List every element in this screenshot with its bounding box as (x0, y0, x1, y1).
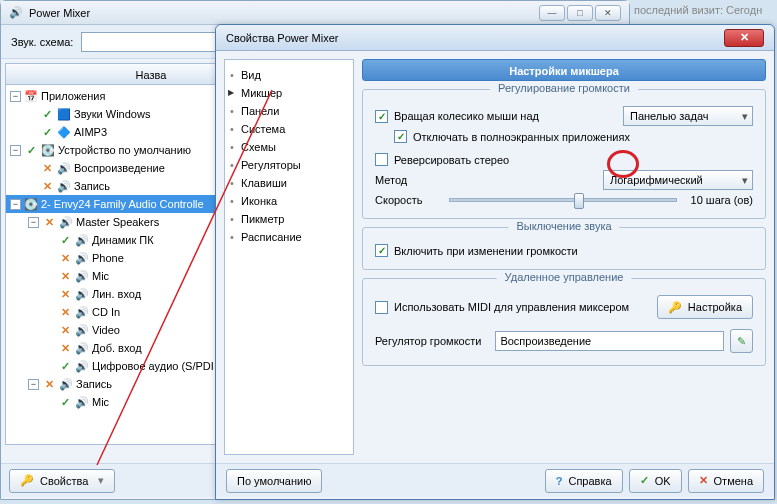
pencil-icon: ✎ (737, 335, 746, 348)
main-title: Power Mixer (29, 7, 90, 19)
scheme-label: Звук. схема: (11, 36, 73, 48)
speed-slider[interactable] (449, 198, 677, 202)
dialog-title: Свойства Power Mixer (226, 32, 338, 44)
question-icon: ? (556, 475, 563, 487)
nav-regulators[interactable]: Регуляторы (225, 156, 353, 174)
mute-toggle-checkbox[interactable] (375, 244, 388, 257)
maximize-button[interactable]: □ (567, 5, 593, 21)
cancel-button[interactable]: ✕Отмена (688, 469, 764, 493)
wheel-target-select[interactable]: Панелью задач (623, 106, 753, 126)
nav-icon[interactable]: Иконка (225, 192, 353, 210)
ok-button[interactable]: ✓OK (629, 469, 682, 493)
nav-peakmeter[interactable]: Пикметр (225, 210, 353, 228)
main-titlebar[interactable]: 🔊 Power Mixer — □ ✕ (1, 1, 629, 25)
nav-panels[interactable]: Панели (225, 102, 353, 120)
dialog-close-button[interactable]: ✕ (724, 29, 764, 47)
help-button[interactable]: ?Справка (545, 469, 623, 493)
key-icon: 🔑 (20, 474, 34, 487)
reverse-stereo-checkbox[interactable] (375, 153, 388, 166)
edit-button[interactable]: ✎ (730, 329, 753, 353)
volume-control-input[interactable]: Воспроизведение (495, 331, 724, 351)
configure-button[interactable]: 🔑Настройка (657, 295, 753, 319)
section-title: Настройки микшера (362, 59, 766, 81)
fullscreen-checkbox[interactable] (394, 130, 407, 143)
nav-keys[interactable]: Клавиши (225, 174, 353, 192)
speaker-icon: 🔊 (9, 6, 23, 19)
mute-group: Выключение звука Включить при изменении … (362, 227, 766, 270)
nav-schemes[interactable]: Схемы (225, 138, 353, 156)
nav-mixer[interactable]: Микшер (225, 84, 353, 102)
key-icon: 🔑 (668, 301, 682, 314)
close-button[interactable]: ✕ (595, 5, 621, 21)
defaults-button[interactable]: По умолчанию (226, 469, 322, 493)
volume-group: Регулирование громкости Вращая колесико … (362, 89, 766, 219)
dialog-titlebar[interactable]: Свойства Power Mixer ✕ (216, 25, 774, 51)
midi-checkbox[interactable] (375, 301, 388, 314)
remote-group: Удаленное управление Использовать MIDI д… (362, 278, 766, 366)
check-icon: ✓ (640, 474, 649, 487)
chevron-down-icon: ▾ (98, 474, 104, 487)
properties-button[interactable]: 🔑Свойства▾ (9, 469, 115, 493)
properties-dialog: Свойства Power Mixer ✕ Вид Микшер Панели… (215, 24, 775, 500)
nav-system[interactable]: Система (225, 120, 353, 138)
wheel-checkbox[interactable] (375, 110, 388, 123)
nav-schedule[interactable]: Расписание (225, 228, 353, 246)
extra-text: последний визит: Сегодн (634, 4, 762, 16)
minimize-button[interactable]: — (539, 5, 565, 21)
nav-list: Вид Микшер Панели Система Схемы Регулято… (224, 59, 354, 455)
cross-icon: ✕ (699, 474, 708, 487)
nav-view[interactable]: Вид (225, 66, 353, 84)
method-select[interactable]: Логарифмический (603, 170, 753, 190)
